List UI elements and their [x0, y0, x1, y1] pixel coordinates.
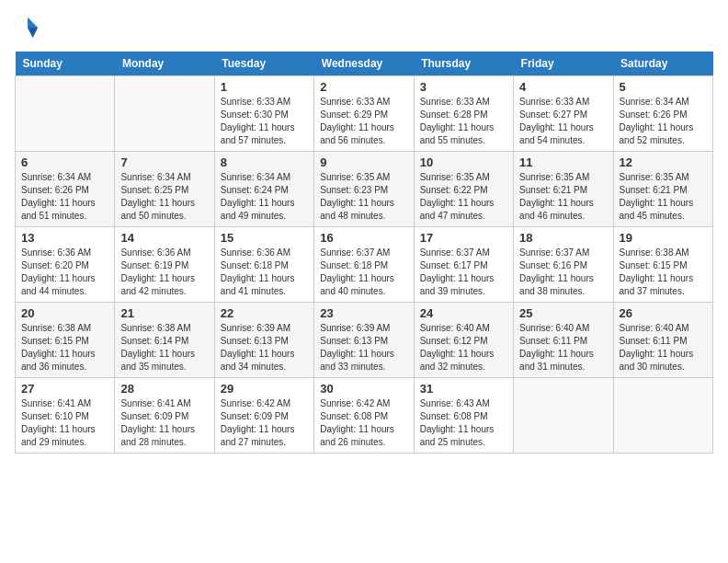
calendar-cell: 28Sunrise: 6:41 AM Sunset: 6:09 PM Dayli…: [115, 378, 214, 454]
calendar-cell: [115, 76, 214, 152]
calendar-cell: 22Sunrise: 6:39 AM Sunset: 6:13 PM Dayli…: [214, 303, 313, 378]
calendar-cell: 21Sunrise: 6:38 AM Sunset: 6:14 PM Dayli…: [115, 303, 214, 378]
weekday-header: Tuesday: [214, 52, 313, 76]
calendar-cell: 6Sunrise: 6:34 AM Sunset: 6:26 PM Daylig…: [16, 152, 115, 227]
day-info: Sunrise: 6:34 AM Sunset: 6:24 PM Dayligh…: [221, 171, 308, 223]
day-number: 15: [221, 231, 308, 245]
weekday-header: Saturday: [613, 52, 712, 76]
day-number: 18: [519, 231, 607, 245]
day-info: Sunrise: 6:37 AM Sunset: 6:17 PM Dayligh…: [420, 247, 507, 298]
day-info: Sunrise: 6:38 AM Sunset: 6:15 PM Dayligh…: [620, 247, 707, 298]
day-info: Sunrise: 6:39 AM Sunset: 6:13 PM Dayligh…: [221, 322, 308, 373]
calendar-cell: 27Sunrise: 6:41 AM Sunset: 6:10 PM Dayli…: [16, 378, 115, 454]
day-number: 24: [420, 306, 507, 320]
day-info: Sunrise: 6:35 AM Sunset: 6:23 PM Dayligh…: [320, 171, 407, 223]
calendar-cell: 3Sunrise: 6:33 AM Sunset: 6:28 PM Daylig…: [414, 76, 513, 152]
day-info: Sunrise: 6:33 AM Sunset: 6:30 PM Dayligh…: [221, 96, 308, 147]
day-info: Sunrise: 6:40 AM Sunset: 6:11 PM Dayligh…: [620, 322, 707, 373]
day-number: 19: [620, 231, 707, 245]
calendar-cell: 16Sunrise: 6:37 AM Sunset: 6:18 PM Dayli…: [314, 227, 414, 303]
day-info: Sunrise: 6:40 AM Sunset: 6:12 PM Dayligh…: [420, 322, 507, 373]
calendar-week-row: 1Sunrise: 6:33 AM Sunset: 6:30 PM Daylig…: [16, 76, 713, 152]
calendar-week-row: 20Sunrise: 6:38 AM Sunset: 6:15 PM Dayli…: [16, 303, 713, 378]
day-info: Sunrise: 6:38 AM Sunset: 6:14 PM Dayligh…: [120, 322, 208, 373]
day-info: Sunrise: 6:33 AM Sunset: 6:28 PM Dayligh…: [420, 96, 507, 147]
calendar-cell: 26Sunrise: 6:40 AM Sunset: 6:11 PM Dayli…: [613, 303, 712, 378]
day-info: Sunrise: 6:35 AM Sunset: 6:21 PM Dayligh…: [519, 171, 607, 223]
calendar-cell: 15Sunrise: 6:36 AM Sunset: 6:18 PM Dayli…: [214, 227, 313, 303]
day-number: 3: [420, 80, 507, 94]
calendar-cell: 10Sunrise: 6:35 AM Sunset: 6:22 PM Dayli…: [414, 152, 513, 227]
page-header: [15, 15, 713, 40]
day-number: 21: [120, 306, 208, 320]
calendar-week-row: 27Sunrise: 6:41 AM Sunset: 6:10 PM Dayli…: [16, 378, 713, 454]
day-number: 2: [320, 80, 407, 94]
calendar-cell: 30Sunrise: 6:42 AM Sunset: 6:08 PM Dayli…: [314, 378, 414, 454]
day-info: Sunrise: 6:39 AM Sunset: 6:13 PM Dayligh…: [320, 322, 407, 373]
day-info: Sunrise: 6:41 AM Sunset: 6:09 PM Dayligh…: [120, 397, 208, 449]
calendar-cell: 29Sunrise: 6:42 AM Sunset: 6:09 PM Dayli…: [214, 378, 313, 454]
svg-marker-0: [28, 17, 38, 28]
day-info: Sunrise: 6:33 AM Sunset: 6:29 PM Dayligh…: [320, 96, 407, 147]
day-number: 29: [221, 382, 308, 396]
day-info: Sunrise: 6:33 AM Sunset: 6:27 PM Dayligh…: [519, 96, 607, 147]
day-info: Sunrise: 6:34 AM Sunset: 6:25 PM Dayligh…: [120, 171, 208, 223]
day-info: Sunrise: 6:42 AM Sunset: 6:09 PM Dayligh…: [221, 397, 308, 449]
day-number: 23: [320, 306, 407, 320]
weekday-header: Monday: [115, 52, 214, 76]
calendar-cell: 18Sunrise: 6:37 AM Sunset: 6:16 PM Dayli…: [514, 227, 613, 303]
calendar-cell: 12Sunrise: 6:35 AM Sunset: 6:21 PM Dayli…: [613, 152, 712, 227]
day-number: 10: [420, 155, 507, 169]
svg-marker-1: [28, 28, 38, 38]
day-info: Sunrise: 6:34 AM Sunset: 6:26 PM Dayligh…: [21, 171, 108, 223]
weekday-header: Thursday: [414, 52, 513, 76]
day-number: 27: [21, 382, 108, 396]
day-info: Sunrise: 6:35 AM Sunset: 6:21 PM Dayligh…: [620, 171, 707, 223]
day-number: 20: [21, 306, 108, 320]
calendar-cell: 31Sunrise: 6:43 AM Sunset: 6:08 PM Dayli…: [414, 378, 513, 454]
calendar-cell: 25Sunrise: 6:40 AM Sunset: 6:11 PM Dayli…: [514, 303, 613, 378]
day-number: 31: [420, 382, 507, 396]
calendar-cell: 11Sunrise: 6:35 AM Sunset: 6:21 PM Dayli…: [514, 152, 613, 227]
weekday-header-row: SundayMondayTuesdayWednesdayThursdayFrid…: [16, 52, 713, 76]
calendar-week-row: 6Sunrise: 6:34 AM Sunset: 6:26 PM Daylig…: [16, 152, 713, 227]
day-number: 22: [221, 306, 308, 320]
calendar-cell: 1Sunrise: 6:33 AM Sunset: 6:30 PM Daylig…: [214, 76, 313, 152]
calendar-cell: 8Sunrise: 6:34 AM Sunset: 6:24 PM Daylig…: [214, 152, 313, 227]
weekday-header: Wednesday: [314, 52, 414, 76]
day-info: Sunrise: 6:40 AM Sunset: 6:11 PM Dayligh…: [519, 322, 607, 373]
day-number: 28: [120, 382, 208, 396]
day-info: Sunrise: 6:38 AM Sunset: 6:15 PM Dayligh…: [21, 322, 108, 373]
calendar-cell: 20Sunrise: 6:38 AM Sunset: 6:15 PM Dayli…: [16, 303, 115, 378]
day-info: Sunrise: 6:36 AM Sunset: 6:19 PM Dayligh…: [120, 247, 208, 298]
day-number: 12: [620, 155, 707, 169]
day-info: Sunrise: 6:43 AM Sunset: 6:08 PM Dayligh…: [420, 397, 507, 449]
day-number: 25: [519, 306, 607, 320]
day-info: Sunrise: 6:35 AM Sunset: 6:22 PM Dayligh…: [420, 171, 507, 223]
calendar-cell: [514, 378, 613, 454]
calendar-cell: 9Sunrise: 6:35 AM Sunset: 6:23 PM Daylig…: [314, 152, 414, 227]
calendar-cell: 5Sunrise: 6:34 AM Sunset: 6:26 PM Daylig…: [613, 76, 712, 152]
day-number: 7: [120, 155, 208, 169]
day-info: Sunrise: 6:41 AM Sunset: 6:10 PM Dayligh…: [21, 397, 108, 449]
day-number: 9: [320, 155, 407, 169]
calendar-cell: 2Sunrise: 6:33 AM Sunset: 6:29 PM Daylig…: [314, 76, 414, 152]
calendar-cell: 4Sunrise: 6:33 AM Sunset: 6:27 PM Daylig…: [514, 76, 613, 152]
calendar-cell: [16, 76, 115, 152]
day-info: Sunrise: 6:37 AM Sunset: 6:16 PM Dayligh…: [519, 247, 607, 298]
day-info: Sunrise: 6:42 AM Sunset: 6:08 PM Dayligh…: [320, 397, 407, 449]
day-number: 17: [420, 231, 507, 245]
logo-icon: [15, 15, 40, 40]
day-number: 6: [21, 155, 108, 169]
calendar-cell: 14Sunrise: 6:36 AM Sunset: 6:19 PM Dayli…: [115, 227, 214, 303]
day-number: 16: [320, 231, 407, 245]
day-number: 11: [519, 155, 607, 169]
day-number: 8: [221, 155, 308, 169]
day-number: 5: [620, 80, 707, 94]
day-number: 1: [221, 80, 308, 94]
calendar-cell: 13Sunrise: 6:36 AM Sunset: 6:20 PM Dayli…: [16, 227, 115, 303]
day-info: Sunrise: 6:36 AM Sunset: 6:20 PM Dayligh…: [21, 247, 108, 298]
calendar-cell: 7Sunrise: 6:34 AM Sunset: 6:25 PM Daylig…: [115, 152, 214, 227]
day-info: Sunrise: 6:36 AM Sunset: 6:18 PM Dayligh…: [221, 247, 308, 298]
calendar-cell: [613, 378, 712, 454]
